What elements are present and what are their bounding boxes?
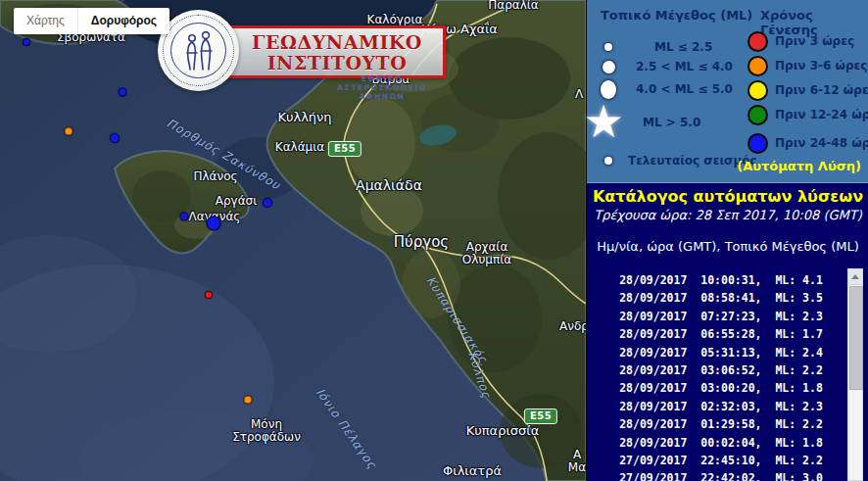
time-dot-12-24h xyxy=(747,105,768,125)
automatic-solution-note: (Αυτόματη Λύση) xyxy=(737,159,861,173)
time-label: Πριν 12-24 ώρες xyxy=(775,108,868,121)
map-label-town: Αρχαία Ολυμπία xyxy=(462,241,511,266)
event-row: 28/09/2017 10:00:31, ML: 4.1 xyxy=(608,271,834,289)
scrollbar-thumb[interactable] xyxy=(849,286,863,390)
last-event-dot xyxy=(604,157,612,165)
route-badge: E55 xyxy=(328,141,362,157)
star-icon: ★ xyxy=(581,97,626,146)
map-type-control: Χάρτης Δορυφόρος xyxy=(14,8,169,34)
event-row: 27/09/2017 22:45:10, ML: 2.2 xyxy=(608,452,834,469)
time-label: Πριν 24-48 ώρες xyxy=(775,136,868,150)
scroll-up-button[interactable] xyxy=(848,269,862,285)
seal-figures-icon xyxy=(179,29,218,72)
map-label-town: Α Μα xyxy=(568,449,586,474)
scrollbar[interactable] xyxy=(847,268,863,481)
map-type-satellite-button[interactable]: Δορυφόρος xyxy=(77,8,169,34)
time-label: Πριν 6-12 ώρες xyxy=(775,83,868,97)
earthquake-marker[interactable] xyxy=(23,38,30,46)
event-row: 28/09/2017 03:06:52, ML: 2.2 xyxy=(608,361,834,379)
time-dot-24-48h xyxy=(747,133,768,154)
up-arrow-icon xyxy=(851,274,859,279)
event-row: 28/09/2017 02:32:03, ML: 2.3 xyxy=(608,398,834,415)
magnitude-label: ML > 5.0 xyxy=(643,116,700,129)
catalog-columns-header: Ημ/νία, ώρα (GMT), Τοπικό Μέγεθος (ML) xyxy=(587,239,868,254)
catalog-panel: Κατάλογος αυτόματων λύσεων Τρέχουσα ώρα:… xyxy=(587,183,868,481)
event-row: 28/09/2017 05:31:13, ML: 2.4 xyxy=(608,344,834,361)
magnitude-label: ML ≤ 2.5 xyxy=(654,40,712,54)
map-label-town: Ανδρί xyxy=(559,320,586,333)
route-badge: E55 xyxy=(524,409,557,424)
event-row: 28/09/2017 06:55:28, ML: 1.7 xyxy=(608,325,834,343)
legend-panel: Τοπικό Μέγεθος (ML) Χρόνος Γένεσης ML ≤ … xyxy=(587,0,868,183)
map-type-map-button[interactable]: Χάρτης xyxy=(14,8,77,34)
map-label-town: Πλάνος xyxy=(193,170,237,183)
event-row: 28/09/2017 01:29:58, ML: 2.2 xyxy=(608,415,834,433)
map-label-town: Αργάσι xyxy=(216,195,258,208)
magnitude-label: 4.0 < ML ≤ 5.0 xyxy=(636,82,733,96)
institute-seal xyxy=(158,10,239,91)
map-label-town: Πύργος xyxy=(394,234,449,251)
magnitude-dot-medium xyxy=(603,61,615,73)
map-canvas[interactable]: ΣβορωνάταΚαλόγριαΠαραλίαΚάτω ΑχαΐαΒάρδαΚ… xyxy=(0,0,586,481)
catalog-title: Κατάλογος αυτόματων λύσεων xyxy=(587,187,868,206)
time-label: Πριν 3-6 ώρες xyxy=(775,59,867,72)
earthquake-marker[interactable] xyxy=(207,216,221,231)
earthquake-marker[interactable] xyxy=(119,88,127,97)
map-label-town: Αμαλιάδα xyxy=(356,178,422,193)
earthquake-marker[interactable] xyxy=(244,396,253,405)
app-window: ΣβορωνάταΚαλόγριαΠαραλίαΚάτω ΑχαΐαΒάρδαΚ… xyxy=(0,0,868,481)
map-label-town: Κυλλήνη xyxy=(277,111,331,124)
magnitude-label: 2.5 < ML ≤ 4.0 xyxy=(636,60,733,73)
time-label: Πριν 3 ώρες xyxy=(775,34,854,48)
event-row: 28/09/2017 07:27:23, ML: 2.3 xyxy=(608,308,834,325)
time-dot-3h xyxy=(747,31,768,52)
earthquake-marker[interactable] xyxy=(110,133,120,143)
catalog-current-time: Τρέχουσα ώρα: 28 Σεπ 2017, 10:08 (GMT) xyxy=(587,208,868,222)
earthquake-marker[interactable] xyxy=(263,198,272,208)
map-label-town: Καλάμια xyxy=(275,141,324,154)
map-label-town: Μόνη Στροφάδων xyxy=(232,418,301,444)
time-dot-3-6h xyxy=(747,56,768,76)
earthquake-marker[interactable] xyxy=(205,291,213,299)
event-row: 28/09/2017 00:02:04, ML: 1.8 xyxy=(608,434,834,452)
event-row: 28/09/2017 03:00:20, ML: 1.8 xyxy=(608,379,834,397)
magnitude-dot-small xyxy=(604,43,612,51)
magnitude-legend-title: Τοπικό Μέγεθος (ML) xyxy=(601,8,752,23)
event-row: 27/09/2017 22:42:02, ML: 3.0 xyxy=(608,469,834,481)
map-label-town: Κυπαρισσία xyxy=(466,424,540,438)
earthquake-marker[interactable] xyxy=(180,213,189,221)
map-label-town: Φιλιατρά xyxy=(443,464,502,478)
event-row: 28/09/2017 08:58:41, ML: 3.5 xyxy=(608,289,834,307)
earthquake-marker[interactable] xyxy=(65,127,73,136)
time-dot-6-12h xyxy=(747,80,768,101)
map-label-town: Παραλία xyxy=(488,0,539,13)
event-list: 28/09/2017 10:00:31, ML: 4.128/09/2017 0… xyxy=(608,271,834,481)
info-panel: Τοπικό Μέγεθος (ML) Χρόνος Γένεσης ML ≤ … xyxy=(586,0,868,481)
